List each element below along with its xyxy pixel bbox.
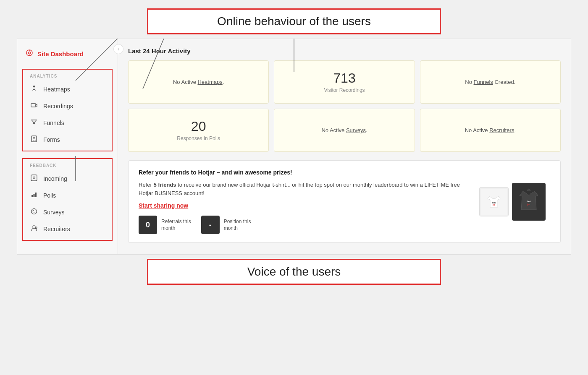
svg-point-11: [33, 177, 35, 179]
svg-point-15: [32, 209, 37, 214]
collapse-icon: ‹: [118, 47, 119, 52]
recordings-icon: [30, 102, 38, 111]
svg-text:hot: hot: [527, 200, 530, 203]
sidebar-header: Site Dashboard: [17, 46, 118, 65]
stats-grid: No Active Heatmaps. 713 Visitor Recordin…: [128, 60, 561, 152]
polls-label: Polls: [43, 192, 56, 199]
svg-rect-14: [35, 193, 37, 197]
feedback-label: FEEDBACK: [23, 161, 112, 170]
stat-card-funnels: No Funnels Created.: [420, 60, 561, 104]
recruiters-stat-text: No Active Recruiters.: [465, 127, 516, 133]
surveys-label: Surveys: [43, 209, 65, 216]
tshirt-white-image: hot jar: [479, 187, 509, 216]
stat-card-polls: 20 Responses In Polls: [128, 109, 269, 152]
referral-content: Refer your friends to Hotjar – and win a…: [139, 169, 466, 234]
content-with-lines: ‹ Site Dashboard: [17, 39, 571, 255]
position-this-month: - Position thismonth: [201, 216, 251, 234]
recruiters-link[interactable]: Recruiters: [489, 127, 514, 133]
referral-title: Refer your friends to Hotjar – and win a…: [139, 169, 466, 176]
sidebar-item-surveys[interactable]: Surveys: [23, 204, 112, 221]
sidebar-title: Site Dashboard: [37, 50, 84, 57]
forms-label: Forms: [43, 136, 60, 143]
analytics-label: ANALYTICS: [23, 72, 112, 81]
referral-sharing-link[interactable]: Start sharing now: [139, 202, 466, 209]
referral-box: Refer your friends to Hotjar – and win a…: [128, 160, 561, 243]
sidebar-item-funnels[interactable]: Funnels: [23, 115, 112, 131]
referral-stats: 0 Referrals thismonth - Position thismon…: [139, 216, 466, 234]
stat-card-heatmaps: No Active Heatmaps.: [128, 60, 269, 104]
funnels-icon: [30, 118, 38, 128]
surveys-stat-text: No Active Surveys.: [321, 127, 367, 133]
sidebar-item-recordings[interactable]: Recordings: [23, 98, 112, 115]
stat-card-recordings: 713 Visitor Recordings: [274, 60, 415, 104]
annotation-top: Online behaviour of the users: [147, 8, 441, 34]
incoming-label: Incoming: [43, 175, 67, 182]
position-label: Position thismonth: [224, 218, 251, 232]
sidebar-item-forms[interactable]: Forms: [23, 131, 112, 148]
svg-point-17: [33, 226, 35, 228]
recordings-label: Visitor Recordings: [324, 87, 365, 93]
funnels-link[interactable]: Funnels: [474, 79, 493, 85]
sidebar-item-recruiters[interactable]: Recruiters: [23, 221, 112, 237]
svg-rect-5: [31, 104, 36, 107]
dashboard-icon: [26, 49, 33, 59]
recordings-label: Recordings: [43, 103, 73, 109]
svg-rect-10: [31, 175, 37, 181]
sidebar-collapse-button[interactable]: ‹: [113, 44, 123, 54]
svg-rect-12: [32, 195, 33, 197]
stat-card-recruiters: No Active Recruiters.: [420, 109, 561, 152]
referrals-badge: 0: [139, 216, 157, 234]
stat-card-surveys: No Active Surveys.: [274, 109, 415, 152]
recruiters-label: Recruiters: [43, 226, 70, 232]
heatmaps-icon: [30, 85, 38, 94]
recordings-number: 713: [333, 71, 355, 86]
svg-text:jar: jar: [492, 203, 495, 206]
svg-rect-13: [34, 194, 35, 197]
surveys-icon: [30, 208, 38, 217]
heatmaps-label: Heatmaps: [43, 86, 70, 93]
polls-label: Responses In Polls: [177, 135, 220, 141]
referral-bold: 5 friends: [153, 182, 176, 188]
referral-desc: Refer 5 friends to receive our brand new…: [139, 181, 466, 197]
activity-section-title: Last 24 Hour Activity: [128, 47, 561, 55]
referral-merchandise: hot jar hot: [475, 169, 550, 234]
page-wrapper: Online behaviour of the users ‹: [8, 8, 580, 285]
heatmaps-link[interactable]: Heatmaps: [197, 79, 222, 85]
analytics-section: ANALYTICS Heatmaps Recordings: [22, 69, 113, 151]
annotation-bottom: Voice of the users: [147, 259, 441, 285]
referrals-this-month: 0 Referrals thismonth: [139, 216, 191, 234]
funnels-label: Funnels: [43, 120, 64, 126]
position-value: -: [209, 221, 212, 229]
svg-point-16: [34, 212, 34, 213]
annotation-bottom-text: Voice of the users: [247, 265, 341, 278]
polls-number: 20: [191, 119, 206, 134]
incoming-icon: [30, 174, 38, 183]
recruiters-icon: [30, 224, 38, 234]
app-layout: ‹ Site Dashboard: [17, 39, 571, 255]
polls-icon: [30, 191, 38, 200]
sidebar-item-heatmaps[interactable]: Heatmaps: [23, 81, 112, 98]
position-badge: -: [201, 216, 220, 234]
referrals-value: 0: [146, 221, 150, 229]
annotation-top-text: Online behaviour of the users: [217, 15, 371, 28]
sidebar: ‹ Site Dashboard: [17, 39, 118, 254]
main-content: Last 24 Hour Activity No Active Heatmaps…: [118, 39, 571, 254]
svg-point-18: [35, 227, 37, 229]
sidebar-item-incoming[interactable]: Incoming: [23, 170, 112, 187]
svg-point-1: [29, 52, 31, 54]
svg-text:jar: jar: [527, 203, 530, 206]
funnels-stat-text: No Funnels Created.: [465, 79, 515, 85]
hoodie-dark-image: hot jar: [512, 183, 546, 221]
sidebar-item-polls[interactable]: Polls: [23, 187, 112, 204]
feedback-section: FEEDBACK Incoming Polls: [22, 158, 113, 241]
forms-icon: [30, 135, 38, 144]
surveys-link[interactable]: Surveys: [346, 127, 366, 133]
referrals-label: Referrals thismonth: [161, 218, 191, 232]
heatmaps-stat-text: No Active Heatmaps.: [173, 79, 224, 85]
